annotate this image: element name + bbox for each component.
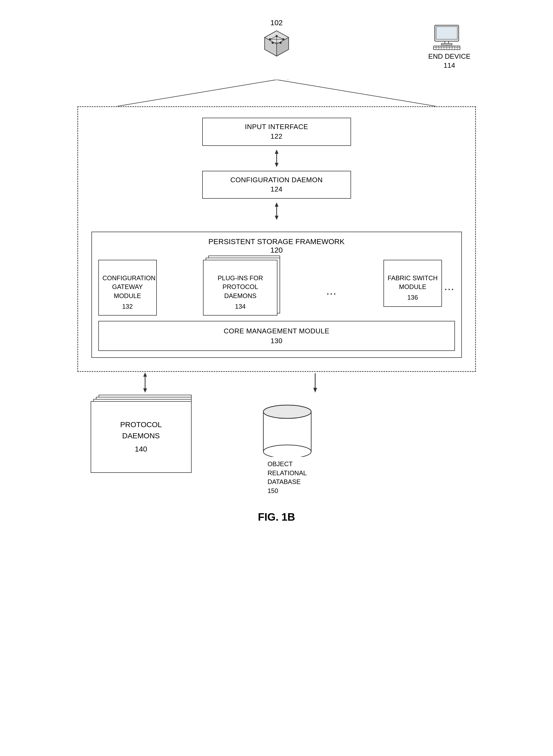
arrow-daemon-to-psf [270, 202, 283, 221]
svg-point-44 [263, 445, 311, 457]
svg-marker-42 [313, 388, 317, 393]
fabric-switch-title: FABRIC SWITCH MODULE [388, 274, 438, 290]
figure-caption: FIG. 1B [258, 511, 295, 523]
plugins-title: PLUG-INS FOR PROTOCOL DAEMONS [218, 274, 263, 300]
svg-marker-35 [275, 202, 279, 207]
config-daemon-box: CONFIGURATION DAEMON 124 [202, 171, 351, 199]
svg-point-13 [280, 42, 282, 44]
svg-marker-32 [275, 150, 279, 154]
db-label-line1: OBJECT [267, 459, 307, 469]
config-daemon-number: 124 [208, 185, 345, 194]
config-gw-number: 132 [102, 302, 153, 311]
protocol-daemons-box: PROTOCOLDAEMONS 140 [91, 401, 191, 473]
protocol-daemons-stack-wrapper: PROTOCOLDAEMONS 140 [91, 401, 191, 481]
end-device-group: END DEVICE 114 [428, 24, 471, 70]
svg-marker-39 [143, 388, 147, 393]
input-interface-box: INPUT INTERFACE 122 [202, 118, 351, 146]
config-daemon-title: CONFIGURATION DAEMON [208, 176, 345, 185]
svg-marker-38 [143, 372, 147, 377]
svg-line-29 [117, 80, 276, 106]
svg-marker-36 [275, 216, 279, 220]
db-label-line2: RELATIONAL [267, 469, 307, 478]
top-area: 102 [51, 16, 502, 80]
arrow-to-database [309, 372, 322, 393]
psf-number: 120 [98, 246, 455, 254]
db-group: OBJECT RELATIONAL DATABASE 150 [261, 399, 314, 495]
db-number: 150 [267, 486, 307, 495]
svg-point-11 [282, 38, 284, 40]
end-device-icon [432, 24, 467, 51]
protocol-daemons-number: 140 [135, 444, 147, 455]
core-mgmt-number: 130 [270, 337, 283, 345]
dots-1: ... [327, 287, 337, 297]
end-device-label: END DEVICE 114 [428, 52, 471, 70]
psf-title: PERSISTENT STORAGE FRAMEWORK [98, 238, 455, 246]
connector-svg [77, 80, 476, 106]
svg-point-12 [271, 42, 274, 44]
svg-rect-17 [442, 44, 452, 45]
psf-outer-box: PERSISTENT STORAGE FRAMEWORK 120 CONFIGU… [91, 232, 462, 358]
fabric-switch-group: FABRIC SWITCH MODULE 136 ... [384, 260, 455, 307]
config-gw-module-box: CONFIGURATION GATEWAY MODULE 132 [98, 260, 157, 316]
database-icon [261, 399, 314, 457]
fabric-switch-number: 136 [388, 293, 438, 302]
modules-row: CONFIGURATION GATEWAY MODULE 132 PLUG-IN… [98, 260, 455, 316]
router-icon [262, 28, 291, 57]
svg-point-10 [269, 38, 271, 40]
fabric-switch-box: FABRIC SWITCH MODULE 136 [384, 260, 442, 307]
arrow-input-to-daemon [270, 149, 283, 168]
svg-marker-33 [275, 163, 279, 167]
plugins-number: 134 [206, 302, 274, 311]
db-label: OBJECT RELATIONAL DATABASE 150 [267, 459, 307, 495]
main-outer-box: INPUT INTERFACE 122 CONFIGURATION DAEMON… [77, 106, 476, 372]
core-mgmt-title: CORE MANAGEMENT MODULE [224, 327, 329, 335]
bottom-section: PROTOCOLDAEMONS 140 OBJECT RELATIONAL DA… [77, 393, 476, 495]
plugins-box: PLUG-INS FOR PROTOCOL DAEMONS 134 [203, 260, 278, 316]
top-connectors [77, 80, 476, 106]
svg-point-9 [275, 35, 278, 37]
config-gw-title: CONFIGURATION GATEWAY MODULE [102, 274, 156, 300]
input-interface-number: 122 [208, 132, 345, 141]
db-label-line3: DATABASE [267, 477, 307, 486]
router-group: 102 [262, 19, 291, 57]
core-mgmt-box: CORE MANAGEMENT MODULE 130 [98, 321, 455, 351]
svg-line-30 [276, 80, 436, 106]
protocol-daemons-title: PROTOCOLDAEMONS [120, 419, 162, 441]
router-label: 102 [270, 19, 283, 27]
input-interface-title: INPUT INTERFACE [208, 122, 345, 132]
svg-rect-15 [436, 26, 457, 39]
bottom-arrows-container [77, 372, 476, 393]
dots-2: ... [445, 282, 455, 292]
diagram-container: 102 [51, 16, 502, 523]
plugins-stacked: PLUG-INS FOR PROTOCOL DAEMONS 134 [203, 260, 280, 316]
arrow-to-protocol-daemons [139, 372, 152, 393]
